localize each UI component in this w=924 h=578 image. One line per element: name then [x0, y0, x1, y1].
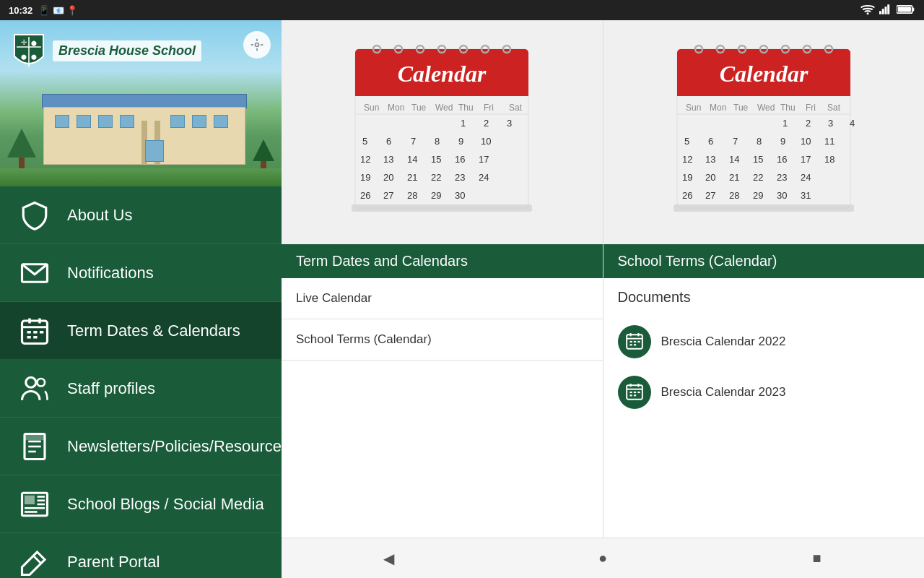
- right-panel-header: School Terms (Calendar): [603, 244, 925, 278]
- svg-text:7: 7: [733, 136, 738, 147]
- sidebar-item-newsletters[interactable]: Newsletters/Policies/Resources: [0, 418, 282, 475]
- svg-text:Tue: Tue: [411, 103, 427, 113]
- svg-rect-157: [633, 394, 635, 396]
- status-right: [860, 4, 915, 17]
- svg-text:2: 2: [484, 118, 489, 129]
- sidebar-item-term-dates[interactable]: Term Dates & Calendars: [0, 302, 282, 360]
- sidebar-item-notifications[interactable]: Notifications: [0, 244, 282, 302]
- svg-text:10: 10: [801, 136, 811, 147]
- svg-text:3: 3: [828, 118, 833, 129]
- svg-text:19: 19: [360, 172, 370, 183]
- calendar-doc-icon: [625, 332, 644, 351]
- svg-rect-27: [27, 336, 30, 339]
- recent-button[interactable]: ■: [796, 544, 839, 573]
- svg-rect-26: [40, 331, 43, 334]
- svg-text:16: 16: [455, 154, 465, 165]
- calendar-illustration-right: Calendar Sun Mon Tue Wed Thu: [663, 38, 865, 226]
- svg-text:4: 4: [850, 118, 855, 129]
- document-item-2022[interactable]: Brescia Calendar 2022: [618, 316, 910, 367]
- svg-text:9: 9: [458, 136, 463, 147]
- svg-rect-37: [25, 495, 35, 504]
- svg-text:Wed: Wed: [757, 103, 775, 113]
- wifi-icon: [860, 4, 875, 17]
- sidebar-item-school-blogs[interactable]: School Blogs / Social Media: [0, 475, 282, 533]
- svg-text:31: 31: [801, 190, 811, 201]
- svg-text:Mon: Mon: [710, 103, 726, 113]
- svg-text:Calendar: Calendar: [398, 61, 487, 87]
- svg-line-43: [33, 556, 41, 564]
- news-icon: [14, 484, 54, 524]
- svg-text:3: 3: [507, 118, 512, 129]
- school-terms-label: School Terms (Calendar): [296, 332, 432, 346]
- svg-text:6: 6: [386, 136, 391, 147]
- svg-point-29: [25, 377, 35, 387]
- svg-rect-145: [633, 341, 635, 342]
- svg-text:27: 27: [705, 190, 715, 201]
- sidebar-item-label-staff: Staff profiles: [67, 379, 155, 398]
- svg-text:Tue: Tue: [733, 103, 749, 113]
- left-panel-header: Term Dates and Calendars: [282, 244, 603, 278]
- sidebar-item-parent-portal[interactable]: Parent Portal: [0, 533, 282, 578]
- left-panel-title: Term Dates and Calendars: [296, 253, 468, 269]
- content-panels: Term Dates and Calendars Live Calendar S…: [282, 244, 924, 538]
- svg-text:6: 6: [708, 136, 713, 147]
- status-time: 10:32: [9, 5, 32, 16]
- sidebar-item-about-us[interactable]: About Us: [0, 186, 282, 244]
- doc-label-2022: Brescia Calendar 2022: [661, 335, 786, 349]
- sidebar-item-label-term-dates: Term Dates & Calendars: [67, 322, 240, 340]
- svg-point-30: [37, 379, 45, 387]
- svg-text:13: 13: [705, 154, 715, 165]
- svg-text:22: 22: [431, 172, 441, 183]
- svg-text:8: 8: [757, 136, 762, 147]
- svg-text:15: 15: [431, 154, 441, 165]
- svg-text:Sat: Sat: [509, 103, 523, 113]
- right-panel-title: School Terms (Calendar): [618, 253, 777, 269]
- svg-rect-148: [633, 344, 635, 345]
- svg-text:11: 11: [824, 136, 834, 147]
- shield-icon: [14, 195, 54, 235]
- school-logo-area: ✛ ⬤ ⬤ ⬤ Brescia House School: [11, 31, 201, 71]
- svg-text:10: 10: [481, 136, 491, 147]
- svg-text:Fri: Fri: [806, 103, 816, 113]
- document-icon: [14, 426, 54, 466]
- status-left: 10:32 📱 📧 📍: [9, 5, 78, 16]
- home-button[interactable]: ●: [581, 544, 624, 573]
- svg-text:Thu: Thu: [780, 103, 796, 113]
- svg-text:1: 1: [461, 118, 466, 129]
- svg-rect-25: [33, 331, 37, 334]
- right-content-panel: School Terms (Calendar) Documents: [603, 244, 925, 538]
- svg-text:17: 17: [479, 154, 489, 165]
- svg-text:5: 5: [362, 136, 367, 147]
- svg-text:13: 13: [383, 154, 393, 165]
- svg-rect-156: [629, 394, 632, 396]
- left-content-panel: Term Dates and Calendars Live Calendar S…: [282, 244, 603, 538]
- svg-rect-153: [629, 392, 632, 393]
- svg-text:1: 1: [783, 118, 788, 129]
- svg-text:23: 23: [455, 172, 465, 183]
- svg-text:23: 23: [777, 172, 787, 183]
- svg-rect-144: [629, 341, 632, 342]
- school-terms-item[interactable]: School Terms (Calendar): [282, 319, 603, 361]
- svg-rect-28: [33, 336, 37, 339]
- live-calendar-item[interactable]: Live Calendar: [282, 278, 603, 319]
- document-item-2023[interactable]: Brescia Calendar 2023: [618, 367, 910, 418]
- sidebar-item-staff-profiles[interactable]: Staff profiles: [0, 360, 282, 418]
- svg-text:2: 2: [806, 118, 811, 129]
- svg-point-14: [256, 43, 259, 47]
- svg-text:20: 20: [705, 172, 715, 183]
- svg-point-0: [867, 12, 869, 14]
- svg-text:16: 16: [777, 154, 787, 165]
- svg-text:Sun: Sun: [686, 103, 701, 113]
- svg-rect-2: [882, 9, 884, 14]
- svg-text:21: 21: [407, 172, 417, 183]
- svg-text:8: 8: [435, 136, 440, 147]
- svg-text:21: 21: [729, 172, 739, 183]
- school-logo: ✛ ⬤ ⬤ ⬤: [11, 31, 47, 71]
- svg-text:Fri: Fri: [484, 103, 494, 113]
- back-button[interactable]: ◀: [367, 544, 410, 573]
- locate-button[interactable]: [243, 31, 271, 59]
- svg-text:30: 30: [777, 190, 787, 201]
- svg-rect-6: [912, 7, 915, 11]
- svg-text:⬤: ⬤: [31, 40, 37, 46]
- calendar-illustration-left: Calendar Sun Mon Tue Wed: [341, 38, 543, 226]
